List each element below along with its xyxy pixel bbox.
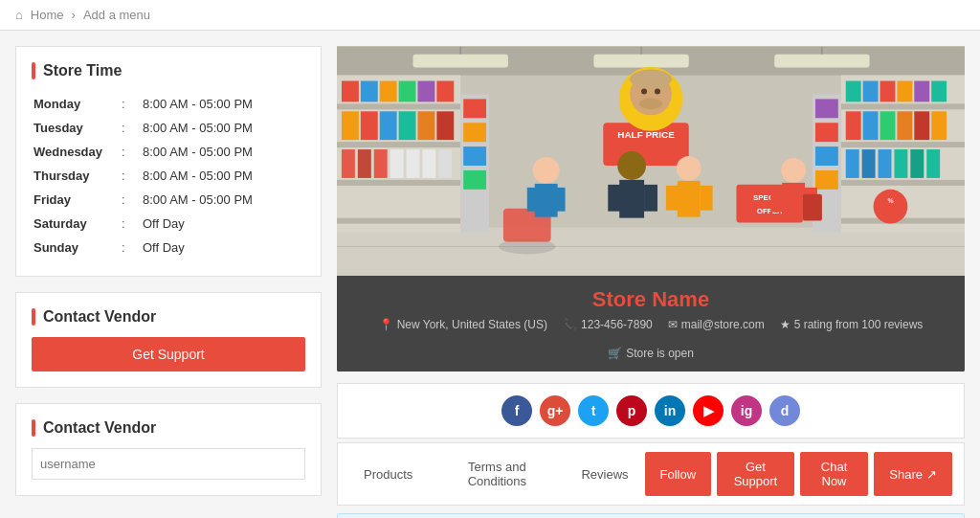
tab-terms[interactable]: Terms and Conditions bbox=[429, 451, 565, 497]
svg-rect-33 bbox=[438, 149, 452, 178]
svg-rect-63 bbox=[463, 146, 486, 166]
svg-point-81 bbox=[617, 151, 646, 180]
svg-rect-27 bbox=[342, 149, 355, 178]
svg-rect-56 bbox=[894, 149, 907, 178]
store-details: 📍 New York, United States (US) 📞 123-456… bbox=[352, 318, 949, 360]
svg-rect-64 bbox=[463, 170, 486, 190]
day-hours: Off Day bbox=[143, 236, 303, 259]
store-name: Store Name bbox=[352, 287, 949, 312]
store-rating: ★ 5 rating from 100 reviews bbox=[780, 318, 924, 331]
svg-rect-26 bbox=[436, 111, 454, 140]
day-hours: 8:00 AM - 05:00 PM bbox=[143, 93, 303, 115]
store-banner: % bbox=[337, 46, 965, 372]
svg-rect-39 bbox=[846, 81, 861, 102]
day-separator: : bbox=[122, 117, 141, 139]
svg-text:%: % bbox=[887, 197, 893, 204]
svg-rect-8 bbox=[337, 228, 965, 276]
svg-rect-45 bbox=[846, 111, 861, 140]
contact-vendor-title-2: Contact Vendor bbox=[32, 419, 305, 437]
day-label: Tuesday bbox=[33, 117, 120, 139]
tab-products[interactable]: Products bbox=[349, 459, 427, 490]
svg-rect-90 bbox=[782, 183, 805, 219]
sidebar: Store Time Monday : 8:00 AM - 05:00 PM T… bbox=[15, 46, 322, 518]
facebook-icon[interactable]: f bbox=[501, 395, 532, 426]
home-link[interactable]: Home bbox=[31, 8, 64, 22]
day-separator: : bbox=[122, 189, 141, 211]
discord-icon[interactable]: d bbox=[769, 395, 800, 426]
get-support-button-1[interactable]: Get Support bbox=[32, 337, 305, 372]
svg-rect-54 bbox=[862, 149, 876, 178]
svg-point-85 bbox=[677, 156, 702, 181]
day-hours: 8:00 AM - 05:00 PM bbox=[143, 117, 303, 139]
store-hours-row: Saturday : Off Day bbox=[33, 213, 303, 235]
day-label: Thursday bbox=[33, 165, 120, 187]
svg-rect-86 bbox=[678, 181, 701, 217]
pinterest-icon[interactable]: p bbox=[616, 395, 647, 426]
day-label: Friday bbox=[33, 189, 120, 211]
svg-rect-66 bbox=[815, 123, 838, 142]
svg-point-51 bbox=[874, 190, 908, 224]
svg-rect-17 bbox=[380, 81, 397, 102]
svg-rect-36 bbox=[841, 142, 965, 147]
tabs-bar: Products Terms and Conditions Reviews Fo… bbox=[337, 442, 965, 506]
svg-rect-49 bbox=[914, 111, 929, 140]
svg-point-89 bbox=[781, 158, 806, 183]
day-hours: 8:00 AM - 05:00 PM bbox=[143, 165, 303, 187]
share-button[interactable]: Share ↗ bbox=[874, 452, 952, 496]
email-icon: ✉ bbox=[668, 318, 678, 331]
svg-rect-25 bbox=[417, 111, 434, 140]
svg-rect-22 bbox=[361, 111, 378, 140]
store-location: 📍 New York, United States (US) bbox=[379, 318, 547, 331]
svg-rect-29 bbox=[374, 149, 388, 178]
svg-text:HALF PRICE: HALF PRICE bbox=[617, 129, 675, 140]
svg-rect-20 bbox=[436, 81, 454, 102]
chat-now-button[interactable]: Chat Now bbox=[800, 452, 869, 496]
svg-rect-14 bbox=[337, 218, 460, 224]
svg-rect-15 bbox=[342, 81, 359, 102]
svg-rect-83 bbox=[608, 185, 621, 212]
day-label: Monday bbox=[33, 93, 120, 115]
follow-button[interactable]: Follow bbox=[645, 452, 712, 496]
share-icon: ↗ bbox=[926, 467, 937, 482]
home-icon: ⌂ bbox=[15, 8, 23, 22]
svg-rect-32 bbox=[422, 149, 435, 178]
svg-point-77 bbox=[533, 157, 560, 184]
store-hours-row: Friday : 8:00 AM - 05:00 PM bbox=[33, 189, 303, 211]
instagram-icon[interactable]: ig bbox=[731, 395, 762, 426]
svg-rect-80 bbox=[554, 188, 566, 212]
day-label: Saturday bbox=[33, 213, 120, 235]
twitter-icon[interactable]: t bbox=[578, 395, 609, 426]
store-time-section: Store Time Monday : 8:00 AM - 05:00 PM T… bbox=[15, 46, 322, 277]
store-hours-row: Tuesday : 8:00 AM - 05:00 PM bbox=[33, 117, 303, 139]
add-menu-link[interactable]: Add a menu bbox=[83, 8, 150, 22]
svg-rect-50 bbox=[931, 111, 947, 140]
svg-rect-48 bbox=[897, 111, 912, 140]
linkedin-icon[interactable]: in bbox=[655, 395, 685, 426]
google-plus-icon[interactable]: g+ bbox=[540, 395, 570, 426]
svg-point-96 bbox=[630, 70, 672, 89]
tab-reviews[interactable]: Reviews bbox=[567, 459, 642, 490]
store-hours-row: Wednesday : 8:00 AM - 05:00 PM bbox=[33, 141, 303, 163]
svg-rect-30 bbox=[390, 149, 404, 178]
svg-rect-55 bbox=[879, 149, 892, 178]
store-time-title: Store Time bbox=[32, 62, 305, 79]
nav-separator: › bbox=[72, 8, 76, 22]
username-input[interactable] bbox=[32, 448, 305, 480]
day-separator: : bbox=[122, 236, 141, 259]
store-illustration: % bbox=[337, 46, 965, 276]
svg-rect-3 bbox=[593, 55, 688, 68]
social-icons-bar: f g+ t p in ▶ ig d bbox=[337, 383, 965, 439]
svg-rect-41 bbox=[880, 81, 896, 102]
svg-point-97 bbox=[641, 88, 647, 94]
tabs-actions: Follow Get Support Chat Now Share ↗ bbox=[645, 452, 952, 496]
svg-rect-84 bbox=[644, 185, 657, 212]
svg-rect-57 bbox=[910, 149, 924, 178]
get-support-button-2[interactable]: Get Support bbox=[717, 452, 794, 496]
cart-icon: 🛒 bbox=[608, 347, 622, 360]
day-separator: : bbox=[122, 93, 141, 115]
top-navigation: ⌂ Home › Add a menu bbox=[0, 0, 980, 31]
svg-rect-21 bbox=[342, 111, 359, 140]
day-hours: 8:00 AM - 05:00 PM bbox=[143, 189, 303, 211]
youtube-icon[interactable]: ▶ bbox=[693, 395, 724, 426]
vacation-message: Store vacation message set in vendor das… bbox=[337, 513, 965, 518]
